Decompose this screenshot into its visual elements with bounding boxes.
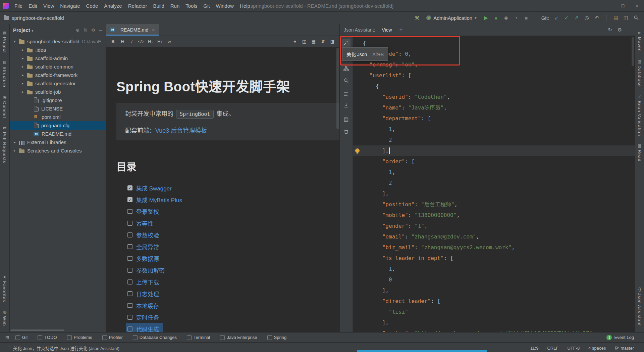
json-code-line[interactable]: ], xyxy=(353,188,635,199)
json-code-line[interactable]: "lisi" xyxy=(353,307,635,317)
project-name[interactable]: springboot-dev-scaffold xyxy=(12,15,64,21)
tree-item-license[interactable]: LICENSE xyxy=(10,104,106,113)
json-code-line[interactable]: { xyxy=(353,38,635,49)
stripe-structure[interactable]: ⊟Structure xyxy=(2,60,7,87)
view-split-icon[interactable]: ◫ xyxy=(300,38,309,45)
maximize-icon[interactable]: □ xyxy=(616,0,630,11)
json-code-line[interactable]: 2 xyxy=(353,178,635,188)
event-log-button[interactable]: 1 Event Log xyxy=(606,335,634,340)
menu-edit[interactable]: Edit xyxy=(25,3,40,9)
json-code-line[interactable]: "is_leader_in_dept": [ xyxy=(353,253,635,264)
checkbox-unchecked-icon[interactable] xyxy=(127,221,132,226)
italic-icon[interactable]: I xyxy=(127,38,136,45)
tree-item-springboot-dev-scaffold[interactable]: ▾springboot-dev-scaffoldD:\JavaE xyxy=(10,37,106,46)
json-import-icon[interactable] xyxy=(342,101,351,110)
menu-view[interactable]: View xyxy=(40,3,57,9)
checklist-link[interactable]: 幂等性 xyxy=(136,219,153,227)
settings-icon[interactable]: ⚙ xyxy=(618,27,622,33)
checklist-item--[interactable]: 日志处理 xyxy=(126,288,163,300)
code-span-icon[interactable]: </> xyxy=(137,38,146,45)
chevron-right-icon[interactable]: ▸ xyxy=(22,64,27,69)
stripe-favorites[interactable]: ★Favorites xyxy=(2,275,7,302)
json-code-line[interactable]: "biz_mail": "zhangsan@qyycs2.wecom.work"… xyxy=(353,242,635,253)
git-branch-widget[interactable]: master xyxy=(614,346,634,351)
encoding-widget[interactable]: UTF-8 xyxy=(567,346,580,351)
history-icon[interactable]: ◷ xyxy=(583,15,591,21)
update-project-icon[interactable]: ↙ xyxy=(552,15,560,21)
toolwindow-problems[interactable]: Problems xyxy=(67,335,92,340)
json-sort-icon[interactable] xyxy=(342,90,351,98)
debug-icon[interactable]: ● xyxy=(492,15,500,21)
stripe-json-assistant[interactable]: {}Json Assistant xyxy=(637,287,642,326)
checklist-item--[interactable]: 幂等性 xyxy=(126,217,157,229)
menu-navigate[interactable]: Navigate xyxy=(57,3,83,9)
checkbox-unchecked-icon[interactable] xyxy=(127,268,132,273)
editor-tab-readme[interactable]: README.md × xyxy=(106,24,159,36)
checklist-link[interactable]: 集成 Swagger xyxy=(136,184,172,192)
menu-git[interactable]: Git xyxy=(200,3,213,9)
stop-icon[interactable]: ■ xyxy=(522,15,530,21)
checkbox-unchecked-icon[interactable] xyxy=(127,291,132,296)
json-code-line[interactable]: "mobile": "13800000000", xyxy=(353,210,635,221)
tree-item-scaffold-common[interactable]: ▸scaffold-common xyxy=(10,62,106,71)
delete-icon[interactable] xyxy=(342,127,351,136)
json-code-line[interactable]: "avatar": "http://wx.qlogo.cn/mmopen/ajN… xyxy=(353,328,635,332)
build-icon[interactable]: ⚒ xyxy=(413,15,421,21)
menu-analyze[interactable]: Analyze xyxy=(101,3,125,9)
checkbox-checked-icon[interactable]: ✓ xyxy=(127,185,132,190)
chevron-right-icon[interactable]: ▸ xyxy=(14,140,19,144)
tree-item--gitignore[interactable]: .gitignore xyxy=(10,96,106,104)
menu-file[interactable]: File xyxy=(11,3,25,9)
profiler-icon[interactable]: ◔ xyxy=(512,15,520,21)
stripe-database[interactable]: ▥Database xyxy=(637,59,642,87)
checkbox-unchecked-icon[interactable] xyxy=(127,256,132,261)
json-code-line[interactable]: "direct_leader": [ xyxy=(353,296,635,307)
checklist-link[interactable]: 集成 MyBatis Plus xyxy=(136,195,182,204)
caret-position-widget[interactable]: 11:9 xyxy=(530,346,538,351)
hide-panel-icon[interactable]: ─ xyxy=(99,28,102,33)
strikethrough-icon[interactable]: S xyxy=(118,38,127,45)
toolwindow-todo[interactable]: TODO xyxy=(38,335,57,340)
checklist-link[interactable]: 代码生成 xyxy=(136,325,159,332)
json-code-line[interactable]: "position": "后台工程师", xyxy=(353,199,635,210)
md-link-vue3[interactable]: Vue3 后台管理模板 xyxy=(155,127,207,134)
checklist-link[interactable]: 参数加解密 xyxy=(136,266,165,274)
checklist-item--[interactable]: 本地缓存 xyxy=(126,300,163,311)
json-code-line[interactable]: "order": [ xyxy=(353,156,635,167)
tree-item-readme-md[interactable]: README.md xyxy=(10,130,106,138)
menu-run[interactable]: Run xyxy=(167,3,183,9)
tree-item-scaffold-framework[interactable]: ▸scaffold-framework xyxy=(10,71,106,79)
rollback-icon[interactable]: ↶ xyxy=(593,15,601,21)
chevron-right-icon[interactable]: ▸ xyxy=(14,148,19,153)
json-scrollbar[interactable] xyxy=(632,37,634,66)
checklist-item--[interactable]: 多数据源 xyxy=(126,253,163,264)
tree-item-scaffold-generator[interactable]: ▸scaffold-generator xyxy=(10,79,106,88)
chevron-down-icon[interactable]: ▾ xyxy=(14,39,19,44)
checklist-item--[interactable]: 参数加解密 xyxy=(126,264,169,276)
checkbox-unchecked-icon[interactable] xyxy=(127,279,132,284)
json-search-icon[interactable] xyxy=(342,76,351,85)
checklist-link[interactable]: 上传下载 xyxy=(136,278,159,286)
json-code-line[interactable]: "userid": "CodeChen", xyxy=(353,92,635,102)
menu-build[interactable]: Build xyxy=(150,3,167,9)
checklist-item--[interactable]: 登录鉴权 xyxy=(126,206,163,217)
run-config-selector[interactable]: AdminApplication ▾ xyxy=(424,14,479,22)
json-code-line[interactable]: 1, xyxy=(353,124,635,135)
checklist-item--[interactable]: 上传下载 xyxy=(126,276,163,288)
stripe-project[interactable]: ▤Project xyxy=(2,31,7,53)
json-code-line[interactable]: "errmsg": "ok", xyxy=(353,59,635,70)
json-code-line[interactable]: "gender": "1", xyxy=(353,221,635,231)
tree-item--idea[interactable]: ▸.idea xyxy=(10,46,106,54)
tree-item-scaffold-admin[interactable]: ▸scaffold-admin xyxy=(10,54,106,62)
project-hscrollbar[interactable] xyxy=(10,329,64,331)
json-editor[interactable]: {"errcode": 0,"errmsg": "ok","userlist":… xyxy=(353,36,635,332)
json-code-line[interactable]: "department": [ xyxy=(353,113,635,124)
expand-collapse-icon[interactable]: ⇅ xyxy=(84,28,87,33)
menu-window[interactable]: Window xyxy=(213,3,237,9)
tab-close-icon[interactable]: × xyxy=(152,27,155,33)
checklist-link[interactable]: 多数据源 xyxy=(136,254,159,263)
header-up-icon[interactable]: H↑ xyxy=(156,38,164,45)
json-code-line[interactable]: ], xyxy=(353,317,635,328)
json-code-line[interactable]: 1, xyxy=(353,167,635,178)
beautify-json-icon[interactable] xyxy=(342,39,351,47)
